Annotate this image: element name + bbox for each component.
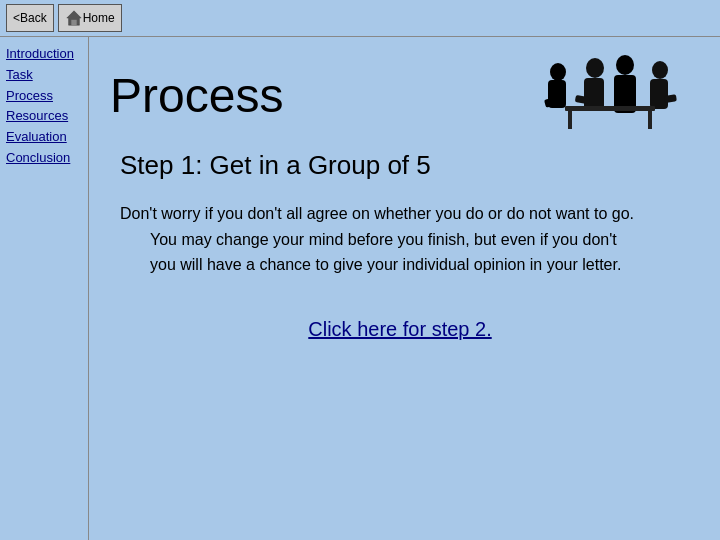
sidebar: Introduction Task Process Resources Eval…	[0, 40, 90, 173]
top-divider	[0, 36, 720, 37]
body-line3: you will have a chance to give your indi…	[150, 252, 690, 278]
home-button[interactable]: Home	[58, 4, 122, 32]
body-line2: You may change your mind before you fini…	[150, 227, 690, 253]
silhouette-image	[530, 50, 690, 140]
sidebar-item-resources[interactable]: Resources	[6, 106, 84, 127]
step-heading: Step 1: Get in a Group of 5	[120, 150, 690, 181]
top-nav: <Back Home	[0, 0, 128, 36]
sidebar-item-process[interactable]: Process	[6, 86, 84, 107]
click-link-container: Click here for step 2.	[110, 318, 690, 341]
body-line1: Don't worry if you don't all agree on wh…	[120, 201, 690, 227]
svg-point-2	[550, 63, 566, 81]
sidebar-item-task[interactable]: Task	[6, 65, 84, 86]
svg-rect-14	[568, 111, 572, 129]
click-here-link[interactable]: Click here for step 2.	[308, 318, 491, 340]
svg-point-5	[586, 58, 604, 78]
svg-rect-15	[648, 111, 652, 129]
home-icon	[65, 9, 83, 27]
svg-rect-13	[565, 106, 655, 111]
svg-rect-11	[650, 79, 668, 109]
svg-rect-6	[584, 78, 604, 110]
sidebar-item-introduction[interactable]: Introduction	[6, 44, 84, 65]
process-header-row: Process	[110, 50, 690, 140]
svg-rect-1	[71, 20, 76, 25]
back-label: <Back	[13, 11, 47, 25]
svg-point-8	[616, 55, 634, 75]
home-label: Home	[83, 11, 115, 25]
svg-point-10	[652, 61, 668, 79]
page-title: Process	[110, 68, 283, 123]
sidebar-item-evaluation[interactable]: Evaluation	[6, 127, 84, 148]
back-button[interactable]: <Back	[6, 4, 54, 32]
body-text: Don't worry if you don't all agree on wh…	[120, 201, 690, 278]
main-content: Process	[90, 40, 720, 540]
sidebar-item-conclusion[interactable]: Conclusion	[6, 148, 84, 169]
